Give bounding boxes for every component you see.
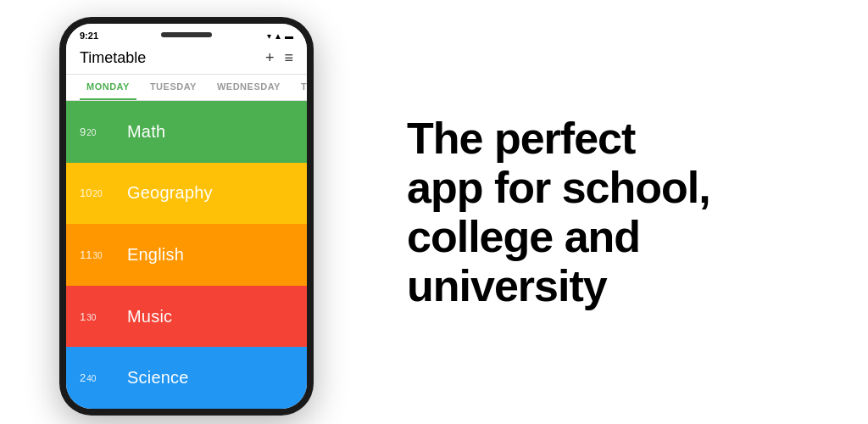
phone-section: 9:21 ▾ ▲ ▬ Timetable + ≡ MONDAY TUESDAY — [0, 0, 373, 424]
time-music: 1 30 — [80, 310, 120, 323]
min-geography: 20 — [92, 189, 102, 198]
signal-icon: ▲ — [274, 31, 282, 41]
status-time: 9:21 — [80, 31, 98, 41]
tab-wednesday[interactable]: WEDNESDAY — [210, 75, 287, 100]
schedule-item-english[interactable]: 11 30 English — [66, 224, 307, 286]
time-geography: 10 20 — [80, 187, 120, 199]
hour-english: 11 — [80, 248, 92, 261]
subject-math: Math — [127, 122, 165, 142]
hour-math: 9 — [80, 126, 86, 138]
min-english: 30 — [92, 251, 102, 260]
tab-monday[interactable]: MONDAY — [80, 75, 136, 100]
schedule-item-math[interactable]: 9 20 Math — [66, 101, 307, 163]
min-science: 40 — [86, 374, 96, 383]
min-math: 20 — [86, 128, 96, 137]
day-tabs: MONDAY TUESDAY WEDNESDAY THURSDAY — [66, 75, 307, 101]
time-english: 11 30 — [80, 248, 120, 261]
app-title: Timetable — [80, 49, 146, 67]
tab-tuesday[interactable]: TUESDAY — [143, 75, 203, 100]
header-icons: + ≡ — [265, 49, 293, 67]
add-button[interactable]: + — [265, 49, 275, 67]
status-icons: ▾ ▲ ▬ — [267, 31, 293, 41]
tagline-section: The perfect app for school, college and … — [373, 80, 868, 345]
subject-english: English — [127, 245, 184, 265]
schedule-item-music[interactable]: 1 30 Music — [66, 286, 307, 348]
hour-music: 1 — [80, 310, 86, 323]
subject-geography: Geography — [127, 183, 213, 203]
hour-science: 2 — [80, 371, 86, 384]
phone-mockup: 9:21 ▾ ▲ ▬ Timetable + ≡ MONDAY TUESDAY — [59, 17, 314, 416]
menu-button[interactable]: ≡ — [284, 49, 293, 67]
hour-geography: 10 — [80, 187, 92, 199]
tagline-line3: college and — [407, 212, 640, 261]
tagline-text: The perfect app for school, college and … — [407, 114, 710, 311]
wifi-icon: ▾ — [267, 31, 271, 41]
battery-icon: ▬ — [285, 31, 293, 41]
tagline-line4: university — [407, 261, 607, 310]
phone-speaker — [161, 32, 212, 37]
subject-science: Science — [127, 368, 189, 388]
app-header: Timetable + ≡ — [66, 44, 307, 75]
schedule-item-science[interactable]: 2 40 Science — [66, 347, 307, 409]
time-science: 2 40 — [80, 371, 120, 384]
schedule-list: 9 20 Math 10 20 Geography 11 30 — [66, 101, 307, 409]
phone-screen: 9:21 ▾ ▲ ▬ Timetable + ≡ MONDAY TUESDAY — [66, 24, 307, 409]
schedule-item-geography[interactable]: 10 20 Geography — [66, 163, 307, 225]
tagline-line1: The perfect — [407, 114, 635, 163]
time-math: 9 20 — [80, 126, 120, 138]
subject-music: Music — [127, 307, 172, 326]
min-music: 30 — [86, 313, 96, 322]
tab-thursday[interactable]: THURSDAY — [294, 75, 307, 100]
tagline-line2: app for school, — [407, 163, 710, 212]
